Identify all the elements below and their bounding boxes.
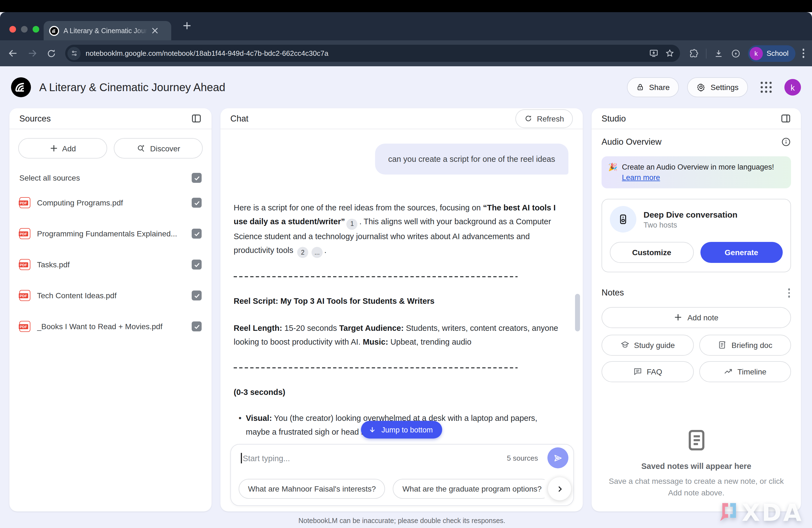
jump-to-bottom-label: Jump to bottom (381, 426, 433, 434)
notes-empty-state: Saved notes will appear here Save a chat… (592, 428, 801, 498)
study-guide-button[interactable]: Study guide (601, 334, 694, 355)
refresh-icon (524, 114, 533, 122)
divider-dashed (234, 367, 518, 368)
discover-sources-button[interactable]: Discover (114, 138, 203, 159)
source-checkbox[interactable] (192, 198, 202, 208)
chat-scrollbar-thumb[interactable] (575, 294, 580, 332)
studio-panel: Studio Audio Overview 🎉 Create an Audio … (592, 108, 801, 511)
refresh-chat-button[interactable]: Refresh (516, 109, 573, 128)
audio-overview-title: Audio Overview (601, 137, 662, 147)
google-apps-icon[interactable] (760, 82, 772, 93)
citation-more-badge[interactable]: ... (311, 247, 323, 258)
faq-label: FAQ (647, 367, 662, 376)
add-source-button[interactable]: Add (18, 138, 107, 159)
settings-button[interactable]: Settings (687, 77, 748, 97)
pdf-icon: PDF (19, 228, 30, 239)
arrow-down-icon (368, 426, 376, 434)
browser-menu-icon[interactable] (802, 49, 804, 58)
notebooklm-logo[interactable] (11, 77, 31, 97)
sources-panel-title: Sources (19, 114, 51, 123)
faq-button[interactable]: FAQ (601, 361, 694, 382)
briefing-doc-label: Briefing doc (731, 340, 772, 349)
banner-text: Create an Audio Overview in more languag… (622, 163, 774, 171)
source-checkbox[interactable] (192, 260, 202, 269)
notebook-title[interactable]: A Literary & Cinematic Journey Ahead (39, 81, 619, 93)
source-row[interactable]: PDF Tech Content Ideas.pdf (10, 280, 212, 311)
user-message-bubble: can you create a script for one of the r… (375, 144, 568, 175)
discover-label: Discover (150, 144, 180, 153)
citation-badge[interactable]: 2 (297, 247, 308, 258)
source-row[interactable]: PDF Programming Fundamentals Explained..… (10, 218, 212, 249)
chat-input[interactable] (243, 454, 506, 463)
source-name: Computing Programs.pdf (37, 198, 185, 207)
add-note-button[interactable]: Add note (601, 307, 791, 328)
source-checkbox[interactable] (192, 291, 202, 300)
learn-more-link[interactable]: Learn more (622, 173, 660, 182)
suggestion-chip[interactable]: What are the graduate program options? (393, 479, 545, 499)
bookmark-star-icon[interactable] (665, 48, 675, 58)
profile-name: School (767, 49, 789, 57)
source-row[interactable]: PDF _Books I Want to Read + Movies.pdf (10, 311, 212, 342)
collapse-studio-panel-icon[interactable] (781, 113, 791, 124)
install-app-icon[interactable] (649, 48, 658, 58)
more-suggestions-button[interactable] (548, 477, 571, 500)
empty-state-line1: Save a chat message to create a new note… (606, 475, 787, 487)
source-checkbox[interactable] (192, 321, 202, 332)
xda-watermark-text: XDA (742, 499, 803, 526)
screen: A Literary & Cinematic Journe notebooklm… (0, 0, 812, 528)
zoom-window-button[interactable] (33, 26, 39, 33)
source-row[interactable]: PDF Tasks.pdf (10, 249, 212, 280)
site-settings-icon[interactable] (68, 47, 81, 60)
notes-menu-icon[interactable] (787, 287, 791, 298)
window-controls (10, 26, 39, 33)
text-cursor (241, 453, 242, 464)
back-button[interactable] (8, 48, 18, 59)
settings-label: Settings (711, 83, 739, 92)
toolbar-divider (706, 48, 707, 58)
url-text: notebooklm.google.com/notebook/18ab1f44-… (86, 49, 644, 57)
chat-panel: Chat Refresh can you create a script for… (220, 108, 583, 511)
timeline-button[interactable]: Timeline (699, 361, 791, 382)
tab-close-icon[interactable] (152, 28, 158, 34)
extensions-icon[interactable] (689, 48, 699, 58)
empty-state-line2: Add note above. (606, 487, 787, 498)
study-guide-label: Study guide (634, 340, 675, 349)
browser-tab[interactable]: A Literary & Cinematic Journe (44, 21, 171, 40)
performance-icon[interactable] (731, 48, 741, 58)
chat-scroll-area[interactable]: can you create a script for one of the r… (220, 129, 583, 440)
suggestion-chip[interactable]: What are Mahnoor Faisal's interests? (238, 479, 385, 499)
reel-script-title: Reel Script: My Top 3 AI Tools for Stude… (234, 294, 561, 308)
source-checkbox[interactable] (192, 229, 202, 239)
jump-to-bottom-button[interactable]: Jump to bottom (361, 421, 442, 439)
address-bar[interactable]: notebooklm.google.com/notebook/18ab1f44-… (65, 45, 680, 62)
citation-badge[interactable]: 1 (347, 218, 358, 230)
suggestion-chips: What are Mahnoor Faisal's interests? Wha… (238, 479, 545, 499)
customize-button[interactable]: Customize (610, 242, 694, 263)
source-name: Tech Content Ideas.pdf (37, 291, 185, 300)
browser-profile-chip[interactable]: k School (748, 45, 795, 62)
plus-icon (49, 144, 58, 152)
timeline-label: Timeline (737, 367, 766, 376)
generate-button[interactable]: Generate (700, 242, 783, 263)
minimize-window-button[interactable] (21, 26, 28, 33)
source-name: Tasks.pdf (37, 260, 185, 269)
pdf-icon: PDF (19, 197, 30, 208)
new-tab-button[interactable] (182, 21, 192, 30)
deep-dive-subtitle: Two hosts (643, 221, 737, 229)
timeline-icon (724, 367, 733, 376)
forward-button[interactable] (27, 48, 38, 59)
reload-button[interactable] (46, 48, 56, 58)
share-label: Share (649, 83, 670, 92)
collapse-sources-panel-icon[interactable] (191, 113, 202, 124)
share-button[interactable]: Share (627, 77, 679, 97)
select-all-checkbox[interactable] (192, 173, 202, 183)
send-button[interactable] (547, 448, 568, 468)
downloads-icon[interactable] (714, 48, 724, 58)
close-window-button[interactable] (10, 26, 16, 33)
gear-icon (697, 83, 706, 92)
briefing-doc-button[interactable]: Briefing doc (699, 334, 791, 355)
source-row[interactable]: PDF Computing Programs.pdf (10, 187, 212, 218)
audio-speaker-icon (610, 206, 636, 233)
info-icon[interactable] (781, 137, 791, 147)
account-avatar[interactable]: k (784, 79, 801, 96)
